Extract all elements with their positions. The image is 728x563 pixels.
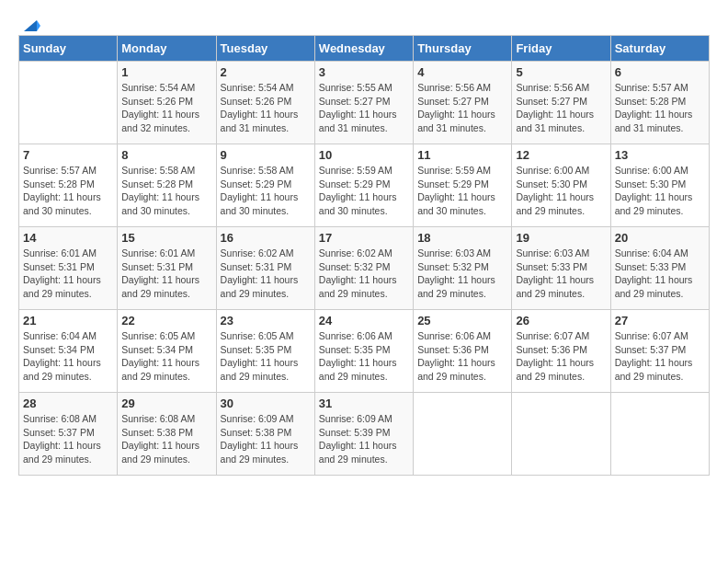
day-info: Sunrise: 6:09 AM Sunset: 5:39 PM Dayligh… — [319, 412, 409, 466]
day-info: Sunrise: 5:56 AM Sunset: 5:27 PM Dayligh… — [516, 81, 606, 135]
svg-marker-0 — [24, 20, 37, 31]
day-info: Sunrise: 6:00 AM Sunset: 5:30 PM Dayligh… — [615, 164, 705, 218]
calendar-cell: 20Sunrise: 6:04 AM Sunset: 5:33 PM Dayli… — [610, 227, 709, 310]
day-number: 5 — [516, 65, 606, 79]
day-info: Sunrise: 6:07 AM Sunset: 5:36 PM Dayligh… — [516, 329, 606, 384]
column-header-friday: Friday — [512, 36, 610, 62]
day-info: Sunrise: 6:04 AM Sunset: 5:33 PM Dayligh… — [615, 247, 705, 301]
calendar-cell: 31Sunrise: 6:09 AM Sunset: 5:39 PM Dayli… — [314, 393, 413, 476]
calendar-cell: 19Sunrise: 6:03 AM Sunset: 5:33 PM Dayli… — [512, 227, 610, 310]
calendar-cell: 11Sunrise: 5:59 AM Sunset: 5:29 PM Dayli… — [414, 144, 512, 227]
calendar-cell — [414, 393, 512, 476]
day-number: 31 — [319, 396, 409, 410]
calendar-week-row: 7Sunrise: 5:57 AM Sunset: 5:28 PM Daylig… — [19, 144, 710, 227]
day-info: Sunrise: 6:06 AM Sunset: 5:36 PM Dayligh… — [417, 329, 507, 384]
column-header-thursday: Thursday — [414, 36, 512, 62]
day-info: Sunrise: 6:03 AM Sunset: 5:33 PM Dayligh… — [516, 247, 606, 301]
logo — [18, 18, 40, 31]
day-number: 6 — [615, 65, 705, 79]
calendar-cell: 26Sunrise: 6:07 AM Sunset: 5:36 PM Dayli… — [512, 310, 610, 393]
day-number: 13 — [615, 148, 705, 162]
column-header-sunday: Sunday — [19, 36, 118, 62]
calendar-cell: 16Sunrise: 6:02 AM Sunset: 5:31 PM Dayli… — [216, 227, 314, 310]
day-number: 4 — [417, 65, 507, 79]
day-number: 9 — [221, 148, 311, 162]
day-info: Sunrise: 6:05 AM Sunset: 5:35 PM Dayligh… — [221, 329, 311, 384]
calendar-cell — [19, 62, 118, 144]
calendar-cell: 4Sunrise: 5:56 AM Sunset: 5:27 PM Daylig… — [414, 62, 512, 144]
day-number: 7 — [23, 148, 113, 162]
calendar-cell: 28Sunrise: 6:08 AM Sunset: 5:37 PM Dayli… — [19, 393, 118, 476]
page-header — [18, 18, 710, 31]
calendar-cell: 23Sunrise: 6:05 AM Sunset: 5:35 PM Dayli… — [216, 310, 314, 393]
calendar-cell: 12Sunrise: 6:00 AM Sunset: 5:30 PM Dayli… — [512, 144, 610, 227]
column-header-monday: Monday — [118, 36, 216, 62]
day-number: 21 — [23, 314, 113, 327]
calendar-cell: 17Sunrise: 6:02 AM Sunset: 5:32 PM Dayli… — [314, 227, 413, 310]
calendar-cell — [512, 393, 610, 476]
day-info: Sunrise: 6:01 AM Sunset: 5:31 PM Dayligh… — [121, 247, 211, 301]
day-number: 25 — [417, 314, 507, 327]
day-number: 27 — [615, 314, 705, 327]
day-info: Sunrise: 6:02 AM Sunset: 5:32 PM Dayligh… — [319, 247, 409, 301]
calendar-cell: 6Sunrise: 5:57 AM Sunset: 5:28 PM Daylig… — [610, 62, 709, 144]
calendar-cell: 9Sunrise: 5:58 AM Sunset: 5:29 PM Daylig… — [216, 144, 314, 227]
calendar-table: SundayMondayTuesdayWednesdayThursdayFrid… — [18, 35, 710, 476]
day-number: 11 — [417, 148, 507, 162]
day-number: 28 — [23, 396, 113, 410]
day-info: Sunrise: 6:06 AM Sunset: 5:35 PM Dayligh… — [319, 329, 409, 384]
day-number: 14 — [23, 231, 113, 245]
day-number: 22 — [121, 314, 211, 327]
calendar-cell: 3Sunrise: 5:55 AM Sunset: 5:27 PM Daylig… — [314, 62, 413, 144]
day-info: Sunrise: 5:59 AM Sunset: 5:29 PM Dayligh… — [319, 164, 409, 218]
day-number: 24 — [319, 314, 409, 327]
day-number: 20 — [615, 231, 705, 245]
column-header-saturday: Saturday — [610, 36, 709, 62]
day-info: Sunrise: 6:03 AM Sunset: 5:32 PM Dayligh… — [417, 247, 507, 301]
calendar-cell: 18Sunrise: 6:03 AM Sunset: 5:32 PM Dayli… — [414, 227, 512, 310]
calendar-cell: 10Sunrise: 5:59 AM Sunset: 5:29 PM Dayli… — [314, 144, 413, 227]
day-info: Sunrise: 6:04 AM Sunset: 5:34 PM Dayligh… — [23, 329, 113, 384]
calendar-cell: 15Sunrise: 6:01 AM Sunset: 5:31 PM Dayli… — [118, 227, 216, 310]
calendar-week-row: 21Sunrise: 6:04 AM Sunset: 5:34 PM Dayli… — [19, 310, 710, 393]
calendar-cell: 5Sunrise: 5:56 AM Sunset: 5:27 PM Daylig… — [512, 62, 610, 144]
logo-icon — [20, 18, 40, 35]
calendar-cell: 2Sunrise: 5:54 AM Sunset: 5:26 PM Daylig… — [216, 62, 314, 144]
day-info: Sunrise: 5:58 AM Sunset: 5:29 PM Dayligh… — [221, 164, 311, 218]
day-info: Sunrise: 5:57 AM Sunset: 5:28 PM Dayligh… — [615, 81, 705, 135]
day-number: 2 — [221, 65, 311, 79]
day-info: Sunrise: 5:58 AM Sunset: 5:28 PM Dayligh… — [121, 164, 211, 218]
day-number: 10 — [319, 148, 409, 162]
calendar-cell: 13Sunrise: 6:00 AM Sunset: 5:30 PM Dayli… — [610, 144, 709, 227]
day-number: 12 — [516, 148, 606, 162]
day-number: 15 — [121, 231, 211, 245]
calendar-cell — [610, 393, 709, 476]
day-number: 26 — [516, 314, 606, 327]
calendar-cell: 14Sunrise: 6:01 AM Sunset: 5:31 PM Dayli… — [19, 227, 118, 310]
column-header-tuesday: Tuesday — [216, 36, 314, 62]
calendar-header-row: SundayMondayTuesdayWednesdayThursdayFrid… — [19, 36, 710, 62]
day-info: Sunrise: 5:54 AM Sunset: 5:26 PM Dayligh… — [221, 81, 311, 135]
day-number: 23 — [221, 314, 311, 327]
svg-marker-1 — [37, 20, 40, 31]
column-header-wednesday: Wednesday — [314, 36, 413, 62]
calendar-cell: 29Sunrise: 6:08 AM Sunset: 5:38 PM Dayli… — [118, 393, 216, 476]
day-info: Sunrise: 5:55 AM Sunset: 5:27 PM Dayligh… — [319, 81, 409, 135]
day-info: Sunrise: 5:56 AM Sunset: 5:27 PM Dayligh… — [417, 81, 507, 135]
day-number: 19 — [516, 231, 606, 245]
day-number: 18 — [417, 231, 507, 245]
day-info: Sunrise: 6:09 AM Sunset: 5:38 PM Dayligh… — [221, 412, 311, 466]
day-number: 30 — [221, 396, 311, 410]
calendar-cell: 1Sunrise: 5:54 AM Sunset: 5:26 PM Daylig… — [118, 62, 216, 144]
day-number: 1 — [121, 65, 211, 79]
day-number: 16 — [221, 231, 311, 245]
calendar-cell: 30Sunrise: 6:09 AM Sunset: 5:38 PM Dayli… — [216, 393, 314, 476]
calendar-cell: 25Sunrise: 6:06 AM Sunset: 5:36 PM Dayli… — [414, 310, 512, 393]
day-info: Sunrise: 6:08 AM Sunset: 5:38 PM Dayligh… — [121, 412, 211, 466]
day-info: Sunrise: 6:08 AM Sunset: 5:37 PM Dayligh… — [23, 412, 113, 466]
day-info: Sunrise: 6:05 AM Sunset: 5:34 PM Dayligh… — [121, 329, 211, 384]
day-info: Sunrise: 6:00 AM Sunset: 5:30 PM Dayligh… — [516, 164, 606, 218]
day-info: Sunrise: 6:07 AM Sunset: 5:37 PM Dayligh… — [615, 329, 705, 384]
calendar-cell: 8Sunrise: 5:58 AM Sunset: 5:28 PM Daylig… — [118, 144, 216, 227]
calendar-cell: 24Sunrise: 6:06 AM Sunset: 5:35 PM Dayli… — [314, 310, 413, 393]
